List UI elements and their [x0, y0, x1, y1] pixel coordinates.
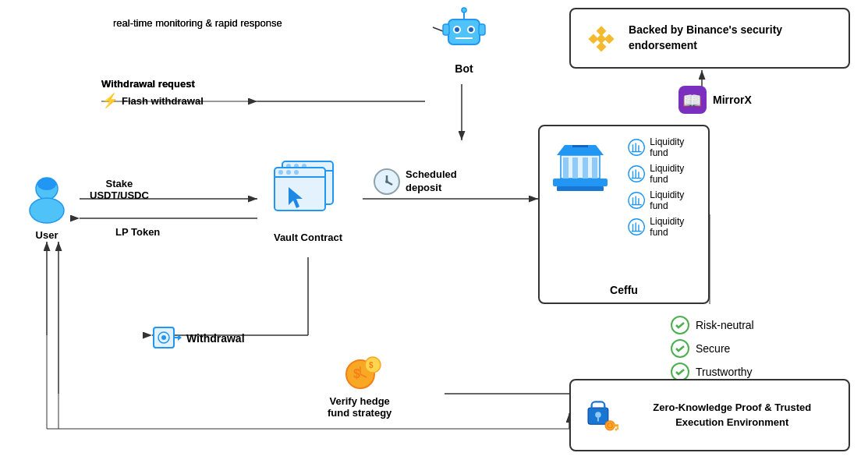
svg-rect-94: [613, 424, 619, 426]
features-list: Risk-neutral Secure Trustworthy: [671, 316, 754, 386]
withdrawal-container: Withdrawal: [152, 324, 245, 353]
bot-label: Bot: [425, 62, 503, 75]
svg-text:$: $: [353, 367, 360, 380]
verify-hedge-icon: $ $: [338, 349, 381, 392]
realtime-label-text: real-time monitoring & rapid response: [113, 17, 282, 29]
svg-point-24: [455, 27, 459, 32]
svg-rect-29: [443, 24, 449, 35]
svg-point-33: [37, 178, 56, 190]
liquidity-icon-1: [628, 138, 645, 157]
svg-point-25: [469, 27, 473, 32]
mirrorx-label: MirrorX: [713, 94, 752, 106]
check-circle-icon-2: [671, 339, 689, 358]
diagram-container: real-time monitoring & rapid response Bo…: [0, 0, 868, 467]
svg-rect-57: [557, 186, 604, 191]
vault-svg: [265, 152, 351, 226]
ceffu-label: Ceffu: [540, 284, 708, 296]
vault-contract-label: Vault Contract: [257, 232, 359, 243]
svg-rect-21: [448, 19, 480, 44]
liquidity-item-2: Liquidity fund: [622, 161, 707, 187]
svg-point-90: [595, 412, 601, 418]
zkp-box: Zero-Knowledge Proof & Trusted Execution…: [569, 379, 850, 451]
liquidity-item-1: Liquidity fund: [622, 134, 707, 161]
svg-rect-56: [572, 145, 588, 147]
svg-point-68: [629, 193, 644, 208]
ceffu-box: Ceffu Liquidity fund: [538, 125, 710, 304]
svg-rect-96: [615, 429, 617, 431]
scheduled-deposit-container: Scheduled deposit: [373, 168, 457, 196]
svg-point-43: [294, 170, 299, 175]
zkp-text: Zero-Knowledge Proof & Trusted Execution…: [628, 401, 836, 429]
liquidity-icon-4: [628, 218, 645, 236]
svg-rect-54: [592, 157, 597, 179]
svg-point-32: [30, 198, 64, 223]
svg-point-99: [161, 335, 166, 340]
svg-point-28: [462, 8, 466, 12]
svg-rect-53: [583, 157, 588, 179]
svg-point-48: [385, 180, 388, 183]
svg-marker-101: [178, 334, 182, 341]
binance-box: Backed by Binance's security endorsement: [569, 8, 850, 69]
user-svg: [19, 172, 74, 226]
svg-point-73: [629, 219, 644, 235]
svg-rect-52: [572, 157, 578, 179]
check-circle-icon-1: [671, 316, 689, 334]
withdrawal-req-text: Withdrawal request: [101, 78, 195, 90]
stake-label: Stake USDT/USDC: [90, 178, 149, 201]
feature-risk-neutral: Risk-neutral: [671, 316, 754, 334]
bot-svg: [437, 4, 491, 58]
bot-icon-container: Bot: [425, 4, 503, 75]
liquidity-item-4: Liquidity fund: [622, 214, 707, 240]
svg-rect-51: [563, 157, 569, 179]
mirrorx-container: 📖 MirrorX: [678, 86, 752, 114]
svg-point-42: [286, 170, 291, 175]
svg-point-63: [629, 166, 644, 182]
vault-contract-container: Vault Contract: [257, 152, 359, 243]
svg-text:📖: 📖: [682, 91, 702, 110]
withdrawal-icon: [152, 324, 182, 353]
user-icon-container: User: [16, 172, 78, 241]
liquidity-icon-3: [628, 191, 645, 210]
user-label: User: [16, 229, 78, 241]
liquidity-icon-2: [628, 165, 645, 183]
feature-secure: Secure: [671, 339, 754, 358]
mirrorx-logo: 📖: [678, 86, 707, 114]
svg-point-41: [278, 170, 283, 175]
svg-text:$: $: [369, 361, 374, 370]
binance-text: Backed by Binance's security endorsement: [629, 23, 836, 53]
flash-withdrawal-label: ⚡ Flash withdrawal: [101, 92, 204, 109]
clock-icon: [373, 168, 401, 196]
building-svg: [549, 136, 611, 194]
svg-rect-95: [617, 426, 618, 430]
ceffu-building-icon: [549, 136, 611, 196]
scheduled-deposit-label: Scheduled deposit: [406, 168, 457, 195]
svg-point-58: [629, 140, 644, 155]
liquidity-list: Liquidity fund Liquidity fund: [622, 134, 707, 240]
verify-hedge-container: $ $ Verify hedge fund strategy: [328, 349, 391, 419]
binance-logo: [583, 19, 619, 58]
svg-rect-30: [479, 24, 485, 35]
liquidity-item-3: Liquidity fund: [622, 187, 707, 214]
zkp-lock-icon: [583, 390, 618, 440]
svg-marker-82: [597, 34, 607, 44]
svg-rect-49: [553, 179, 608, 186]
lp-token-label: LP Token: [115, 226, 160, 238]
